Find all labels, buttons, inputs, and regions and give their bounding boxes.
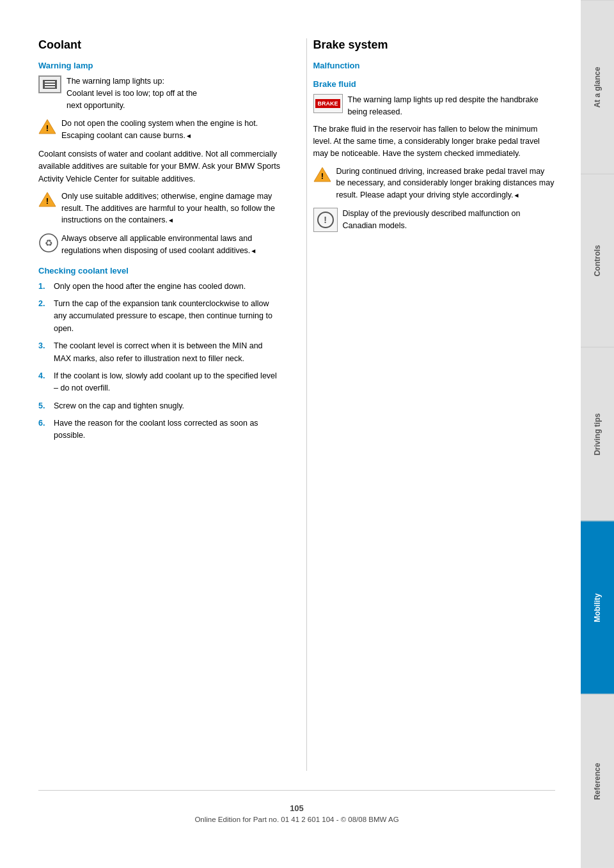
brake-fluid-subtitle: Brake fluid: [313, 79, 556, 89]
caution-1-icon: !: [38, 118, 56, 136]
brake-label: BRAKE: [315, 99, 340, 108]
brake-lamp-box: BRAKE The warning lamp lights up red des…: [313, 94, 556, 118]
step-2-num: 2.: [38, 298, 49, 335]
footer-text: Online Edition for Part no. 01 41 2 601 …: [38, 816, 555, 823]
brake-lamp-icon: BRAKE: [313, 94, 343, 113]
caution-1-text: Do not open the cooling system when the …: [61, 118, 281, 142]
sidebar-tab-controls[interactable]: Controls: [581, 174, 614, 348]
brake-lamp-icon-group: BRAKE: [313, 94, 343, 113]
canadian-lamp-icon: !: [313, 208, 338, 232]
sidebar-label-mobility: Mobility: [593, 593, 602, 622]
recycle-box: ♻ Always observe all applicable environm…: [38, 233, 281, 257]
step-3: 3. The coolant level is correct when it …: [38, 340, 281, 365]
caution-2-text: Only use suitable additives; otherwise, …: [61, 190, 281, 226]
svg-text:!: !: [320, 171, 323, 181]
warning-lamp-box: The warning lamp lights up: Coolant leve…: [38, 75, 281, 111]
caution-2-box: ! Only use suitable additives; otherwise…: [38, 190, 281, 226]
step-2: 2. Turn the cap of the expansion tank co…: [38, 298, 281, 335]
coolant-lamp-icon: [38, 75, 61, 93]
sidebar-tab-mobility[interactable]: Mobility: [581, 521, 614, 695]
sidebar-tab-reference[interactable]: Reference: [581, 694, 614, 868]
page-number: 105: [38, 803, 555, 813]
step-1-num: 1.: [38, 281, 49, 293]
checking-subtitle: Checking coolant level: [38, 266, 281, 275]
malfunction-subtitle: Malfunction: [313, 61, 556, 70]
sidebar: At a glance Controls Driving tips Mobili…: [581, 0, 614, 868]
step-1-text: Only open the hood after the engine has …: [54, 281, 246, 293]
step-3-text: The coolant level is correct when it is …: [54, 340, 281, 365]
sidebar-tab-at-a-glance[interactable]: At a glance: [581, 0, 614, 174]
recycle-text: Always observe all applicable environmen…: [61, 233, 281, 257]
step-4: 4. If the coolant is low, slowly add coo…: [38, 370, 281, 395]
step-2-text: Turn the cap of the expansion tank count…: [54, 298, 281, 335]
step-3-num: 3.: [38, 340, 49, 365]
sidebar-tab-driving-tips[interactable]: Driving tips: [581, 347, 614, 521]
sidebar-label-reference: Reference: [593, 763, 602, 800]
canadian-text: Display of the previously described malf…: [343, 208, 556, 232]
step-6: 6. Have the reason for the coolant loss …: [38, 417, 281, 442]
page-footer: 105 Online Edition for Part no. 01 41 2 …: [38, 790, 555, 830]
recycle-icon: ♻: [38, 233, 56, 251]
caution-2-icon: !: [38, 190, 56, 208]
svg-text:!: !: [46, 123, 49, 133]
svg-text:♻: ♻: [45, 238, 53, 248]
sidebar-label-at-a-glance: At a glance: [593, 66, 602, 107]
step-4-num: 4.: [38, 370, 49, 395]
warning-lamp-text: The warning lamp lights up: Coolant leve…: [67, 75, 197, 111]
sidebar-label-controls: Controls: [593, 245, 602, 276]
brake-system-title: Brake system: [313, 38, 556, 52]
brake-lamp-text: The warning lamp lights up red despite t…: [348, 94, 556, 118]
right-column: Brake system Malfunction Brake fluid BRA…: [306, 38, 556, 771]
brake-caution-icon: !: [313, 166, 331, 183]
coolant-steps-list: 1. Only open the hood after the engine h…: [38, 281, 281, 442]
brake-caution-box: ! During continued driving, increased br…: [313, 166, 556, 201]
coolant-title: Coolant: [38, 38, 281, 52]
brake-fluid-body: The brake fluid in the reservoir has fal…: [313, 123, 556, 160]
brake-caution-text: During continued driving, increased brak…: [336, 166, 556, 201]
step-5-text: Screw on the cap and tighten snugly.: [54, 400, 184, 412]
step-6-num: 6.: [38, 417, 49, 442]
caution-1-box: ! Do not open the cooling system when th…: [38, 118, 281, 142]
step-5: 5. Screw on the cap and tighten snugly.: [38, 400, 281, 412]
step-6-text: Have the reason for the coolant loss cor…: [54, 417, 281, 442]
canadian-model-box: ! Display of the previously described ma…: [313, 208, 556, 232]
svg-text:!: !: [46, 196, 49, 206]
sidebar-label-driving-tips: Driving tips: [593, 413, 602, 455]
warning-lamp-subtitle: Warning lamp: [38, 61, 281, 70]
coolant-body-1: Coolant consists of water and coolant ad…: [38, 148, 281, 185]
step-4-text: If the coolant is low, slowly add coolan…: [54, 370, 281, 395]
left-column: Coolant Warning lamp: [38, 38, 287, 771]
step-1: 1. Only open the hood after the engine h…: [38, 281, 281, 293]
step-5-num: 5.: [38, 400, 49, 412]
